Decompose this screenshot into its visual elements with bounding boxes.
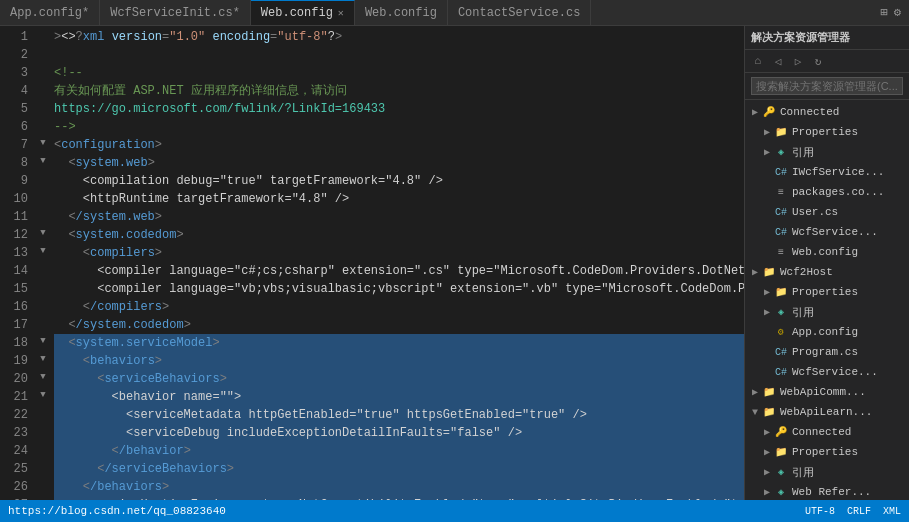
sidebar-item-1[interactable]: ▶ 📁 Properties: [745, 122, 909, 142]
line-number: 7: [0, 136, 28, 154]
fold-indicator: [36, 404, 50, 422]
tree-expand-icon[interactable]: ▼: [749, 407, 761, 418]
sidebar-sync-btn[interactable]: ↻: [809, 52, 827, 70]
tab-web-config[interactable]: Web.config: [355, 0, 448, 25]
tab-list-icon[interactable]: ⊞: [881, 5, 888, 20]
line-number: 17: [0, 316, 28, 334]
sidebar-item-6[interactable]: C# WcfService...: [745, 222, 909, 242]
tree-item-icon: 📁: [773, 444, 789, 460]
sidebar-forward-btn[interactable]: ▷: [789, 52, 807, 70]
fold-indicator: [36, 458, 50, 476]
tree-expand-icon[interactable]: ▶: [749, 106, 761, 118]
tab-actions: ⊞ ⚙: [873, 0, 909, 25]
tree-item-label: Properties: [792, 126, 858, 138]
sidebar-item-9[interactable]: ▶ 📁 Properties: [745, 282, 909, 302]
line-number: 22: [0, 406, 28, 424]
code-line: </behavior>: [54, 442, 744, 460]
line-number: 12: [0, 226, 28, 244]
fold-indicator[interactable]: ▼: [36, 368, 50, 386]
sidebar-home-btn[interactable]: ⌂: [749, 52, 767, 70]
fold-indicator: [36, 98, 50, 116]
tree-item-label: User.cs: [792, 206, 838, 218]
fold-indicator: [36, 494, 50, 500]
tree-item-icon: C#: [773, 204, 789, 220]
editor-content: 1234567891011121314151617181920212223242…: [0, 26, 744, 500]
tree-expand-icon[interactable]: ▶: [761, 306, 773, 318]
fold-indicator[interactable]: ▼: [36, 242, 50, 260]
tree-item-icon: 🔑: [773, 424, 789, 440]
tree-item-label: Web Refer...: [792, 486, 871, 498]
tree-expand-icon[interactable]: ▶: [761, 446, 773, 458]
line-numbers: 1234567891011121314151617181920212223242…: [0, 26, 36, 500]
code-line: <serviceBehaviors>: [54, 370, 744, 388]
sidebar-item-19[interactable]: ▶ ◈ Web Refer...: [745, 482, 909, 500]
tab-settings-icon[interactable]: ⚙: [894, 5, 901, 20]
fold-indicator[interactable]: ▼: [36, 134, 50, 152]
fold-indicator: [36, 278, 50, 296]
tree-expand-icon[interactable]: ▶: [749, 266, 761, 278]
tree-expand-icon[interactable]: ▶: [761, 146, 773, 158]
tree-item-label: packages.co...: [792, 186, 884, 198]
tab-wcf-init[interactable]: WcfServiceInit.cs*: [100, 0, 251, 25]
fold-indicator: [36, 80, 50, 98]
tab-label: WcfServiceInit.cs*: [110, 6, 240, 20]
code-line: </system.web>: [54, 208, 744, 226]
line-number: 19: [0, 352, 28, 370]
tree-item-label: App.config: [792, 326, 858, 338]
fold-indicator[interactable]: ▼: [36, 152, 50, 170]
status-url: https://blog.csdn.net/qq_08823640: [8, 505, 226, 517]
status-bar: https://blog.csdn.net/qq_08823640 UTF-8 …: [0, 500, 909, 522]
code-line: <serviceMetadata httpGetEnabled="true" h…: [54, 406, 744, 424]
fold-indicator[interactable]: ▼: [36, 386, 50, 404]
tree-item-label: Program.cs: [792, 346, 858, 358]
sidebar-search-input[interactable]: [751, 77, 903, 95]
fold-indicator[interactable]: ▼: [36, 332, 50, 350]
sidebar-item-15[interactable]: ▼ 📁 WebApiLearn...: [745, 402, 909, 422]
sidebar-item-16[interactable]: ▶ 🔑 Connected: [745, 422, 909, 442]
tab-close-icon[interactable]: ✕: [338, 7, 344, 19]
tree-item-icon: 🔑: [761, 104, 777, 120]
code-line: <serviceHostingEnvironment aspNetCompati…: [54, 496, 744, 500]
fold-indicator[interactable]: ▼: [36, 350, 50, 368]
tree-expand-icon[interactable]: ▶: [761, 426, 773, 438]
tree-expand-icon[interactable]: ▶: [749, 386, 761, 398]
tab-contact-service[interactable]: ContactService.cs: [448, 0, 591, 25]
sidebar-item-2[interactable]: ▶ ◈ 引用: [745, 142, 909, 162]
status-bar-right: UTF-8 CRLF XML: [805, 506, 901, 517]
tree-expand-icon[interactable]: ▶: [761, 466, 773, 478]
sidebar-item-10[interactable]: ▶ ◈ 引用: [745, 302, 909, 322]
sidebar-item-4[interactable]: ≡ packages.co...: [745, 182, 909, 202]
sidebar-item-13[interactable]: C# WcfService...: [745, 362, 909, 382]
line-number: 21: [0, 388, 28, 406]
line-number: 23: [0, 424, 28, 442]
sidebar-item-8[interactable]: ▶ 📁 Wcf2Host: [745, 262, 909, 282]
tree-expand-icon[interactable]: ▶: [761, 286, 773, 298]
code-line: </system.codedom>: [54, 316, 744, 334]
fold-indicator: [36, 62, 50, 80]
sidebar-item-11[interactable]: ⚙ App.config: [745, 322, 909, 342]
status-line-ending: CRLF: [847, 506, 871, 517]
sidebar-item-5[interactable]: C# User.cs: [745, 202, 909, 222]
fold-indicator: [36, 188, 50, 206]
tree-expand-icon[interactable]: ▶: [761, 486, 773, 498]
status-encoding: UTF-8: [805, 506, 835, 517]
sidebar-back-btn[interactable]: ◁: [769, 52, 787, 70]
sidebar-item-0[interactable]: ▶ 🔑 Connected: [745, 102, 909, 122]
tree-item-icon: ◈: [773, 484, 789, 500]
line-number: 18: [0, 334, 28, 352]
code-editor[interactable]: ><>?xml version="1.0" encoding="utf-8"?>…: [50, 26, 744, 500]
tree-expand-icon[interactable]: ▶: [761, 126, 773, 138]
sidebar-item-12[interactable]: C# Program.cs: [745, 342, 909, 362]
sidebar-item-18[interactable]: ▶ ◈ 引用: [745, 462, 909, 482]
tree-item-icon: 📁: [773, 124, 789, 140]
code-line: <compilers>: [54, 244, 744, 262]
sidebar-item-14[interactable]: ▶ 📁 WebApiComm...: [745, 382, 909, 402]
sidebar-item-3[interactable]: C# IWcfService...: [745, 162, 909, 182]
tree-item-icon: 📁: [773, 284, 789, 300]
tab-web-config-active[interactable]: Web.config ✕: [251, 0, 355, 25]
sidebar-item-7[interactable]: ≡ Web.config: [745, 242, 909, 262]
tab-app-config[interactable]: App.config*: [0, 0, 100, 25]
fold-indicator[interactable]: ▼: [36, 224, 50, 242]
code-line: <httpRuntime targetFramework="4.8" />: [54, 190, 744, 208]
sidebar-item-17[interactable]: ▶ 📁 Properties: [745, 442, 909, 462]
